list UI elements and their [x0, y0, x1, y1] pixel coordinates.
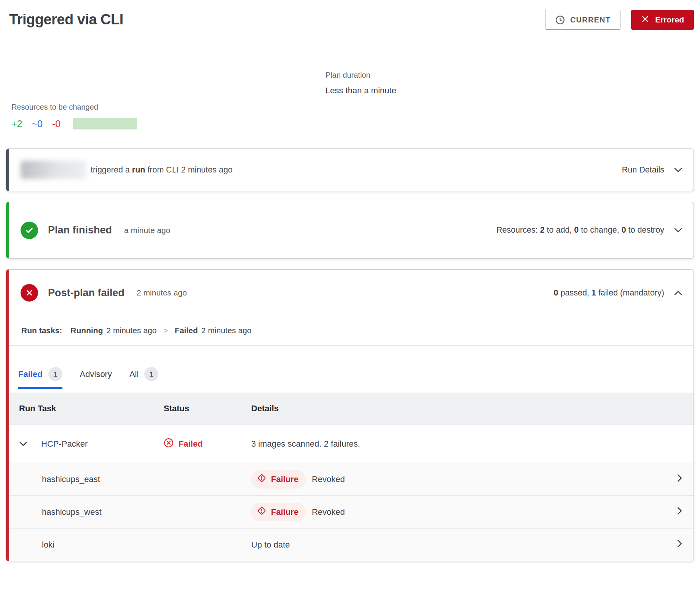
- clock-icon: [555, 15, 565, 25]
- run-tasks-breadcrumb: Run tasks: Running 2 minutes ago > Faile…: [9, 326, 694, 346]
- col-header-run-task: Run Task: [9, 404, 164, 414]
- status-failed: Failed: [164, 438, 203, 450]
- tab-advisory[interactable]: Advisory: [80, 367, 112, 389]
- trigger-text-post: from CLI 2 minutes ago: [145, 165, 232, 174]
- tab-all-label: All: [129, 369, 139, 379]
- chevron-down-icon: [674, 228, 682, 233]
- resources-change-count: ~0: [32, 118, 43, 129]
- chevron-up-icon: [674, 291, 682, 295]
- post-plan-card: Post-plan failed 2 minutes ago 0 passed,…: [6, 269, 694, 561]
- image-detail: Revoked: [312, 474, 345, 484]
- result-tabs: Failed 1 Advisory All 1: [18, 367, 682, 389]
- status-badge-errored: Errored: [631, 10, 694, 30]
- page-title: Triggered via CLI: [9, 11, 123, 28]
- failure-diamond-icon: [257, 506, 266, 518]
- table-header-row: Run Task Status Details: [9, 393, 694, 425]
- image-name: hashicups_west: [9, 507, 164, 517]
- run-page: Triggered via CLI CURRENT Errored Resour…: [0, 0, 700, 561]
- resources-to-change-block: Resources to be changed +2 ~0 -0: [6, 71, 319, 129]
- run-tasks-step-running: Running: [70, 326, 103, 335]
- plan-card-time: a minute ago: [124, 226, 170, 235]
- image-name: hashicups_east: [9, 474, 164, 484]
- tab-failed-count: 1: [48, 367, 62, 381]
- post-plan-header: Post-plan failed 2 minutes ago 0 passed,…: [9, 284, 694, 302]
- chevron-right-icon[interactable]: [677, 540, 682, 550]
- failure-diamond-icon: [257, 473, 266, 485]
- failure-badge-label: Failure: [271, 507, 298, 517]
- run-details-label: Run Details: [622, 165, 664, 175]
- table-row-loki[interactable]: loki Up to date: [9, 528, 694, 561]
- resources-destroy-count: -0: [52, 118, 61, 129]
- image-detail: Up to date: [251, 540, 667, 550]
- run-details-toggle[interactable]: Run Details: [622, 165, 682, 175]
- table-row-hashicups-west[interactable]: hashicups_west Failure Revoked: [9, 495, 694, 528]
- check-circle-icon: [21, 222, 38, 239]
- run-tasks-step-running-time: 2 minutes ago: [107, 326, 157, 335]
- image-name: loki: [9, 540, 164, 550]
- tab-failed[interactable]: Failed 1: [18, 367, 62, 389]
- col-header-details: Details: [251, 404, 667, 414]
- resource-change-stats: +2 ~0 -0: [11, 118, 319, 129]
- trigger-text: triggered a run from CLI 2 minutes ago: [91, 165, 233, 175]
- resources-add-count: +2: [11, 118, 22, 129]
- failure-badge: Failure: [251, 503, 306, 521]
- header-actions: CURRENT Errored: [545, 10, 694, 30]
- chevron-right-icon[interactable]: [677, 474, 682, 484]
- col-header-status: Status: [164, 404, 251, 414]
- table-row-hcp-packer: HCP-Packer Failed 3 images scanned. 2 fa…: [9, 425, 694, 463]
- chevron-down-icon: [674, 168, 682, 172]
- trigger-text-run: run: [132, 165, 145, 174]
- page-header: Triggered via CLI CURRENT Errored: [6, 10, 694, 30]
- plan-card-title: Plan finished: [48, 224, 112, 236]
- avatar: [21, 161, 86, 179]
- post-plan-summary-toggle[interactable]: 0 passed, 1 failed (mandatory): [554, 288, 682, 298]
- plan-finished-card: Plan finished a minute ago Resources: 2 …: [6, 202, 694, 259]
- run-task-details: 3 images scanned. 2 failures.: [251, 439, 667, 449]
- current-button-label: CURRENT: [570, 16, 611, 24]
- resources-label: Resources to be changed: [11, 103, 319, 112]
- resources-change-bar: [73, 118, 137, 129]
- tab-advisory-label: Advisory: [80, 369, 112, 379]
- x-icon: [641, 15, 649, 25]
- plan-duration-block: Plan duration Less than a minute: [319, 71, 396, 129]
- failure-badge: Failure: [251, 470, 306, 489]
- run-task-table: Run Task Status Details HCP-Packer: [9, 393, 694, 561]
- chevron-down-icon[interactable]: [19, 441, 27, 446]
- post-plan-summary: 0 passed, 1 failed (mandatory): [554, 288, 664, 298]
- current-button[interactable]: CURRENT: [545, 10, 620, 30]
- plan-summary-toggle[interactable]: Resources: 2 to add, 0 to change, 0 to d…: [496, 225, 682, 235]
- x-circle-icon: [21, 284, 38, 302]
- plan-duration-label: Plan duration: [325, 71, 396, 80]
- failure-badge-label: Failure: [271, 474, 298, 484]
- tab-failed-label: Failed: [18, 369, 43, 379]
- run-meta: Resources to be changed +2 ~0 -0 Plan du…: [6, 71, 694, 129]
- tab-all-count: 1: [144, 367, 158, 381]
- post-plan-time: 2 minutes ago: [137, 288, 187, 297]
- status-badge-label: Errored: [655, 15, 684, 24]
- status-failed-label: Failed: [179, 439, 203, 449]
- table-row-hashicups-east[interactable]: hashicups_east Failure Revoked: [9, 463, 694, 495]
- tab-all[interactable]: All 1: [129, 367, 158, 389]
- run-task-name: HCP-Packer: [41, 439, 88, 449]
- plan-summary: Resources: 2 to add, 0 to change, 0 to d…: [496, 225, 664, 235]
- image-detail: Revoked: [312, 507, 345, 517]
- trigger-text-pre: triggered a: [91, 165, 132, 174]
- plan-duration-value: Less than a minute: [325, 86, 396, 96]
- chevron-right-icon[interactable]: [677, 507, 682, 517]
- failed-circle-icon: [164, 438, 174, 450]
- run-tasks-step-failed: Failed: [175, 326, 198, 335]
- run-tasks-step-failed-time: 2 minutes ago: [201, 326, 252, 335]
- post-plan-title: Post-plan failed: [48, 287, 124, 299]
- trigger-card: triggered a run from CLI 2 minutes ago R…: [6, 148, 694, 191]
- run-tasks-label: Run tasks:: [21, 326, 62, 335]
- breadcrumb-separator: >: [163, 326, 168, 335]
